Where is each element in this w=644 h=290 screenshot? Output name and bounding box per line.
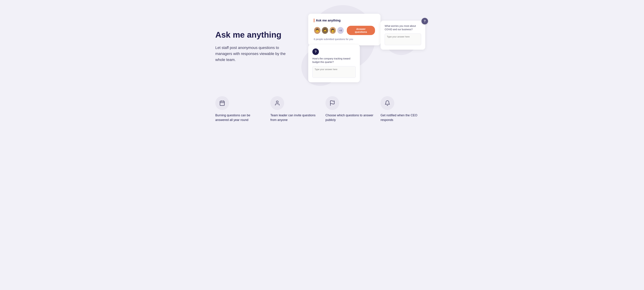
feature-text-bell: Get notified when the CEO responds [380, 113, 429, 122]
svg-point-4 [276, 101, 278, 103]
feature-text-flag: Choose which questions to answer publicl… [326, 113, 374, 122]
answer-input-2[interactable] [385, 33, 421, 45]
card-subtitle: 6 people submitted questions for you [314, 38, 375, 40]
question-badge-1: ? [312, 48, 319, 55]
illustration-area: Ask me anything 👨 🧔 👩 +3 Answer question… [301, 10, 429, 82]
feature-icon-circle-calendar [215, 96, 229, 110]
feature-bell: Get notified when the CEO responds [380, 96, 429, 122]
feature-text-person: Team leader can invite questions from an… [270, 113, 318, 122]
card-title: Ask me anything [316, 19, 340, 22]
feature-icon-circle-person [270, 96, 284, 110]
features-section: Burning questions can be answered all ye… [215, 96, 429, 122]
feature-calendar: Burning questions can be answered all ye… [215, 96, 264, 122]
flag-icon [330, 100, 335, 106]
feature-icon-circle-flag [326, 96, 339, 110]
feature-flag: Choose which questions to answer publicl… [326, 96, 374, 122]
main-description: Let staff post anonymous questions to ma… [215, 45, 288, 63]
person-icon [274, 100, 280, 106]
question-text-2: What worries you most about COVID and ou… [385, 24, 421, 31]
feature-person: Team leader can invite questions from an… [270, 96, 318, 122]
answer-questions-button[interactable]: Answer questions [347, 26, 375, 35]
card-avatars: 👨 🧔 👩 +3 Answer questions [314, 26, 375, 35]
feature-text-calendar: Burning questions can be answered all ye… [215, 113, 264, 122]
svg-rect-0 [220, 101, 224, 106]
question-badge-float: ? [422, 18, 428, 24]
card-title-bar: Ask me anything [314, 18, 375, 22]
avatar-1: 👨 [314, 27, 321, 34]
calendar-icon [219, 100, 225, 106]
question-card-2: ? What worries you most about COVID and … [380, 21, 425, 50]
left-content: Ask me anything Let staff post anonymous… [215, 30, 288, 63]
question-card-1: ? How's the company tracking toward budg… [308, 45, 360, 82]
accent-bar [314, 18, 314, 22]
bell-icon [384, 100, 390, 106]
main-widget-card: Ask me anything 👨 🧔 👩 +3 Answer question… [308, 14, 380, 45]
avatar-3: 👩 [329, 27, 336, 34]
avatar-extra-count: +3 [337, 27, 344, 34]
feature-icon-circle-bell [380, 96, 394, 110]
main-title: Ask me anything [215, 30, 288, 40]
hero-section: Ask me anything Let staff post anonymous… [215, 10, 429, 82]
avatar-2: 🧔 [322, 27, 328, 34]
question-text-1: How's the company tracking toward budget… [312, 57, 356, 64]
answer-input-1[interactable] [312, 66, 356, 78]
